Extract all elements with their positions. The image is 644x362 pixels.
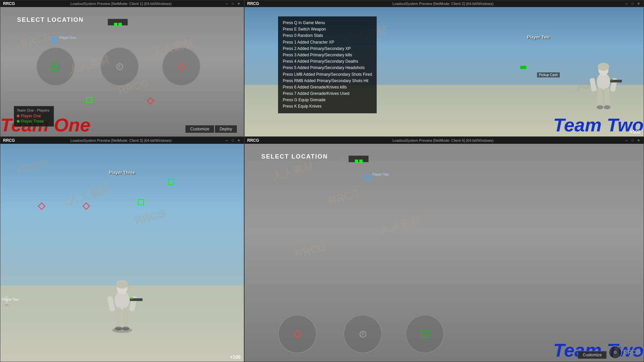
gameplay-viewport-2: 人人素材 RRCG 人人素材 Press Q In Game Menu Pres… (245, 7, 644, 136)
logo-client1: RRCG (3, 1, 15, 6)
minimize-btn-3[interactable]: ─ (224, 138, 229, 143)
team-panel-1: Team One - Players Player One Player Thr… (14, 106, 54, 127)
svg-rect-27 (130, 298, 133, 299)
maximize-btn-2[interactable]: □ (630, 1, 635, 6)
hud-item-12: Press G Equip Grenade (283, 97, 372, 103)
quadrant-client2: RRCG LoadoutSystem Preview [NetMode: Cli… (244, 0, 644, 137)
map-viewport-1: RRCG 人人素材 RRCG 人人素材 SELECT LOCATION (0, 7, 244, 136)
opponent-figure-q3 (3, 295, 10, 308)
watermark-q4b: RRCG (327, 187, 361, 207)
team-panel-player3-row: Player Three (17, 119, 51, 124)
quadrant-client1: RRCG LoadoutSystem Preview [NetMode: Cli… (0, 0, 244, 137)
watermark-q3b: 人人素材 (66, 182, 111, 207)
titlebar-client4: RRCG LoadoutSystem Preview [NetMode: Cli… (245, 137, 644, 144)
title-client2: LoadoutSystem Preview [NetMode: Client 2… (262, 2, 624, 6)
deploy-button-1[interactable]: Deploy (215, 125, 237, 133)
logo-client3: RRCG (3, 138, 15, 143)
player-one-name-tag: Player One (59, 36, 76, 40)
red-dm-q3b (84, 203, 89, 209)
player1-name: Player One (21, 114, 41, 118)
watermark-rrcg-1a: RRCG (19, 30, 53, 50)
close-btn-4[interactable]: ✕ (636, 138, 641, 143)
select-location-label-4: SELECT LOCATION (261, 153, 328, 160)
logo-client2: RRCG (247, 1, 259, 6)
minimize-btn-1[interactable]: ─ (224, 1, 229, 6)
hud-item-7: Press 5 Added Primary/Secondary Headshot… (283, 65, 372, 71)
watermark-q4d: RRCG (294, 240, 328, 260)
rrcg-text: RRCG (623, 349, 641, 356)
score-badge-3: +100 (230, 354, 240, 360)
team-panel-title-1: Team One - Players (17, 108, 51, 112)
minimize-btn-4[interactable]: ─ (624, 138, 629, 143)
maximize-btn-4[interactable]: □ (630, 138, 635, 143)
quadrant-client3: RRCG LoadoutSystem Preview [NetMode: Cli… (0, 137, 244, 362)
player-two-label: Player Two (527, 35, 550, 40)
hud-item-0: Press Q In Game Menu (283, 20, 372, 26)
customize-button-1[interactable]: Customize (185, 125, 214, 133)
player-one-marker: Player One (51, 37, 58, 44)
player-two-name-q4: Player Two (372, 173, 389, 176)
pickup-cash-label: Pickup Cash (537, 72, 560, 77)
rrcg-logo: ⊙ RRCG (608, 346, 641, 359)
svg-point-28 (112, 327, 132, 333)
title-client4: LoadoutSystem Preview [NetMode: Client 4… (262, 138, 624, 142)
hud-item-8: Press LMB Added Primary/Secondary Shots … (283, 71, 372, 78)
window-controls-3[interactable]: ─ □ ✕ (224, 138, 241, 143)
svg-rect-23 (123, 308, 128, 328)
red-marker-br (148, 98, 153, 104)
svg-point-19 (116, 280, 128, 289)
logo-client4: RRCG (247, 138, 259, 143)
hud-item-13: Press K Equip Knives (283, 103, 372, 110)
hud-menu: Press Q In Game Menu Press E Switch Weap… (278, 16, 377, 113)
window-controls-4[interactable]: ─ □ ✕ (624, 138, 641, 143)
hud-item-3: Press 1 Added Character XP (283, 39, 372, 46)
spawn-circle-q4-b[interactable]: B (343, 315, 382, 353)
gun-icon-4 (348, 156, 369, 162)
svg-rect-10 (611, 79, 613, 80)
svg-rect-21 (129, 296, 137, 312)
watermark-q4a: 人人素材 (270, 159, 315, 184)
spawn-circle-c[interactable] (162, 47, 201, 86)
svg-rect-16 (7, 304, 8, 306)
spawn-marker-a: A (52, 63, 59, 70)
minimize-btn-2[interactable]: ─ (624, 1, 629, 6)
title-client1: LoadoutSystem Preview [NetMode: Client 1… (17, 2, 224, 6)
spawn-marker-q4-red (293, 330, 302, 338)
player3-dot (17, 120, 19, 123)
gameplay-viewport-3: RRCG 人人素材 RRCG Player Three (0, 144, 244, 362)
watermark-q4c: 人人素材 (377, 212, 423, 238)
close-btn-3[interactable]: ✕ (236, 138, 241, 143)
hud-item-9: Press RMB Added Primary/Secondary Shots … (283, 78, 372, 84)
customize-button-4[interactable]: Customize (578, 351, 607, 359)
map-viewport-4: 人人素材 RRCG 人人素材 RRCG SELECT LOCATION (245, 144, 644, 362)
svg-rect-5 (597, 88, 602, 107)
spawn-circle-q4-c[interactable]: C (406, 315, 444, 353)
svg-rect-3 (589, 78, 597, 92)
player3-name: Player Three (21, 119, 44, 124)
svg-rect-20 (107, 296, 115, 312)
spawn-circle-q4-a[interactable] (278, 315, 317, 353)
svg-point-2 (598, 63, 609, 71)
window-controls-2[interactable]: ─ □ ✕ (624, 1, 641, 6)
close-btn-1[interactable]: ✕ (236, 1, 241, 6)
spawn-marker-q4-b: B (360, 331, 366, 338)
hud-item-1: Press E Switch Weapon (283, 26, 372, 33)
window-controls-1[interactable]: ─ □ ✕ (224, 1, 241, 6)
svg-point-8 (604, 105, 610, 109)
hud-item-10: Press 6 Added Grenade/Knives kills (283, 84, 372, 90)
app-container: RRCG LoadoutSystem Preview [NetMode: Cli… (0, 0, 644, 362)
spawn-circle-b[interactable]: B (100, 47, 139, 86)
spawn-marker-c (177, 62, 185, 71)
character-figure-3 (100, 272, 144, 343)
hud-item-2: Press 0 Random Stats (283, 33, 372, 39)
spawn-marker-q4-c: C (421, 330, 429, 338)
gun-icon-1 (108, 19, 128, 25)
spawn-circle-a[interactable]: A (36, 47, 75, 86)
score-badge-2: +100 (630, 129, 640, 134)
player1-dot (17, 115, 19, 117)
circle-q3 (66, 199, 72, 206)
maximize-btn-3[interactable]: □ (230, 138, 235, 143)
svg-rect-22 (116, 308, 121, 328)
close-btn-2[interactable]: ✕ (636, 1, 641, 6)
maximize-btn-1[interactable]: □ (230, 1, 235, 6)
